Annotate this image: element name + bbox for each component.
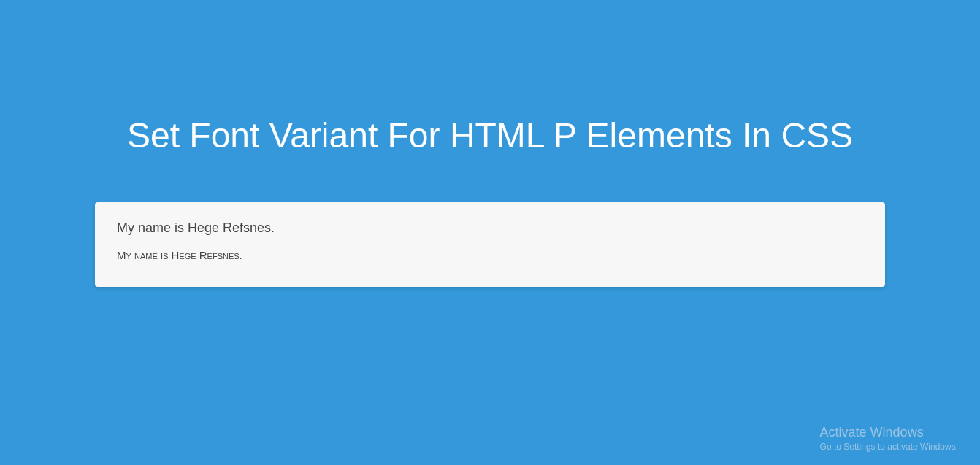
paragraph-normal: My name is Hege Refsnes.	[117, 220, 863, 236]
page-title: Set Font Variant For HTML P Elements In …	[0, 0, 980, 158]
watermark-subtitle: Go to Settings to activate Windows.	[820, 442, 958, 452]
paragraph-smallcaps: My name is Hege Refsnes.	[117, 249, 863, 261]
windows-activation-watermark: Activate Windows Go to Settings to activ…	[820, 425, 958, 452]
content-card: My name is Hege Refsnes. My name is Hege…	[95, 202, 885, 287]
watermark-title: Activate Windows	[820, 425, 958, 440]
